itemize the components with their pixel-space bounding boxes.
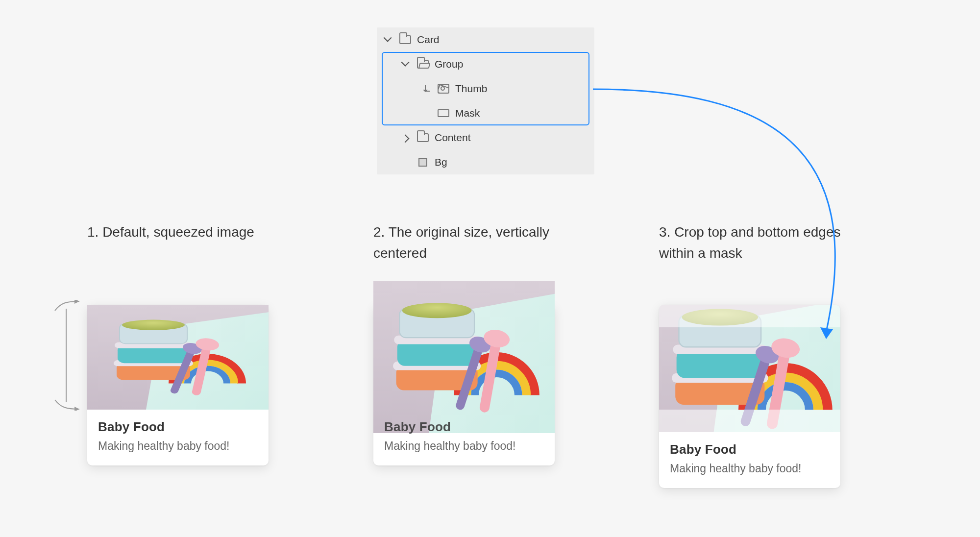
mask-crop-bottom <box>659 410 840 432</box>
layer-label: Mask <box>455 107 594 119</box>
card-thumb-masked <box>659 305 840 432</box>
chevron-down-icon[interactable] <box>383 36 393 43</box>
folder-icon <box>398 35 412 44</box>
card-body: Baby Food Making healthy baby food! <box>659 432 840 488</box>
card-body: Baby Food Making healthy baby food! <box>373 410 555 465</box>
caption-1: 1. Default, squeezed image <box>87 221 254 243</box>
card-subtitle: Making healthy baby food! <box>670 462 830 475</box>
layer-row-card[interactable]: Card <box>377 27 594 52</box>
example-card-3: Baby Food Making healthy baby food! <box>659 305 840 488</box>
card-title: Baby Food <box>670 442 830 457</box>
image-icon <box>437 84 450 94</box>
caption-3: 3. Crop top and bottom edges within a ma… <box>659 221 845 264</box>
layer-label: Bg <box>435 156 594 168</box>
example-card-2: Baby Food Making healthy baby food! <box>373 305 555 465</box>
card-subtitle: Making healthy baby food! <box>98 439 258 453</box>
rectangle-icon <box>437 109 450 117</box>
layer-label: Content <box>435 132 594 144</box>
chevron-down-icon[interactable] <box>400 61 411 68</box>
chevron-right-icon[interactable] <box>400 134 411 141</box>
card-title: Baby Food <box>98 419 258 435</box>
card-thumb <box>87 305 269 410</box>
folder-open-icon <box>416 60 430 69</box>
square-icon <box>416 158 430 167</box>
layer-row-content[interactable]: Content <box>377 125 594 150</box>
folder-icon <box>416 133 430 142</box>
layer-row-group[interactable]: Group <box>377 52 594 76</box>
layer-label: Thumb <box>455 83 594 95</box>
card-title: Baby Food <box>384 419 544 435</box>
thumbnail-image <box>87 305 269 410</box>
layer-row-mask[interactable]: Mask <box>377 101 594 125</box>
layer-row-bg[interactable]: Bg <box>377 150 594 174</box>
layers-panel[interactable]: Card Group Thumb Mask Content Bg <box>377 27 594 174</box>
example-card-1: Baby Food Making healthy baby food! <box>87 305 269 465</box>
card-body: Baby Food Making healthy baby food! <box>87 410 269 465</box>
layer-row-thumb[interactable]: Thumb <box>377 76 594 101</box>
layer-label: Card <box>417 34 594 46</box>
card-subtitle: Making healthy baby food! <box>384 439 544 453</box>
height-span-indicator <box>54 300 80 411</box>
card-thumb <box>373 305 555 410</box>
placed-indicator-icon <box>421 85 432 93</box>
caption-2: 2. The original size, vertically centere… <box>373 221 560 264</box>
mask-crop-top <box>659 305 840 327</box>
layer-label: Group <box>435 58 594 70</box>
